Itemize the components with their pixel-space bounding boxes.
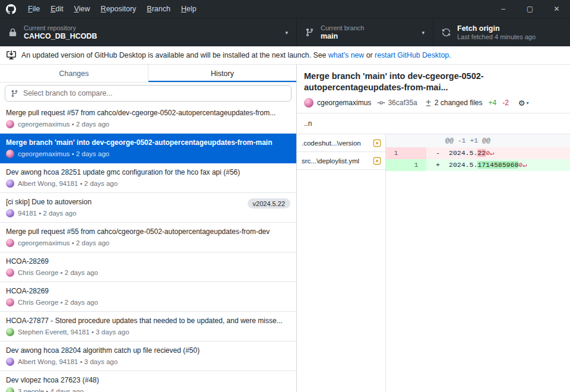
diff-line-removed[interactable]: 1 -2024.5.22⊘↵: [386, 147, 570, 159]
avatar: [6, 328, 14, 336]
commit-title: Merge pull request #57 from cahco/dev-cg…: [6, 109, 290, 117]
file-modified-icon: [373, 139, 381, 147]
file-diff-area: .codeshut...\version src...\deploylist.y…: [297, 134, 570, 392]
chevron-down-icon: ▾: [527, 100, 529, 106]
commit-detail-panel: Merge branch 'main' into dev-cgeorge-050…: [297, 65, 570, 392]
commit-list-item[interactable]: Dev awong hcoa 28251 update gmc configur…: [0, 163, 296, 193]
changed-file-list: .codeshut...\version src...\deploylist.y…: [297, 134, 386, 392]
fetch-title: Fetch origin: [457, 24, 562, 33]
menu-file[interactable]: File: [23, 1, 45, 17]
avatar: [6, 120, 14, 128]
file-list-item[interactable]: src...\deploylist.yml: [297, 152, 385, 170]
commit-meta: 94181 • 2 days ago: [18, 210, 77, 217]
commit-list-item-selected[interactable]: Merge branch 'main' into dev-cgeorge-050…: [0, 134, 296, 163]
avatar: [6, 239, 14, 247]
chevron-down-icon: ▾: [285, 30, 288, 36]
commit-list-item[interactable]: HCOA-28269 Chris George • 2 days ago: [0, 252, 296, 282]
branch-label: Current branch: [321, 24, 417, 32]
commit-title: Merge branch 'main' into dev-cgeorge-050…: [6, 138, 290, 147]
avatar: [6, 268, 14, 277]
git-commit-icon: [377, 99, 385, 107]
repository-label: Current repository: [24, 24, 280, 32]
old-line-number: [386, 159, 406, 171]
close-button[interactable]: ✕: [543, 0, 570, 18]
commit-detail-title: Merge branch 'main' into dev-cgeorge-050…: [304, 71, 563, 93]
commit-description: ..n: [297, 113, 570, 134]
commit-detail-header: Merge branch 'main' into dev-cgeorge-050…: [297, 65, 570, 113]
github-desktop-window: File Edit View Repository Branch Help – …: [0, 0, 570, 392]
diff-icon: [425, 99, 432, 107]
commit-list-item[interactable]: [ci skip] Due to autoversion 94181 • 2 d…: [0, 193, 296, 223]
avatar: [6, 209, 14, 217]
avatar: [6, 179, 14, 188]
menu-view[interactable]: View: [69, 1, 96, 17]
new-line-number: [406, 147, 426, 159]
menu-edit[interactable]: Edit: [45, 1, 69, 17]
fetch-origin-button[interactable]: Fetch origin Last fetched 4 minutes ago: [433, 18, 570, 46]
commit-title: HCOA-28269: [6, 257, 290, 265]
titlebar: File Edit View Repository Branch Help – …: [0, 0, 570, 18]
sync-icon: [442, 28, 451, 37]
commit-list-item[interactable]: Dev awong hcoa 28204 algorithm catch up …: [0, 342, 296, 371]
toolbar: Current repository CAHCO_DB_HCODB ▾ Curr…: [0, 18, 570, 46]
commit-title: Dev awong hcoa 28204 algorithm catch up …: [6, 346, 290, 355]
commit-meta: cgeorgemaximus • 2 days ago: [18, 239, 109, 246]
commit-meta: cgeorgemaximus • 2 days ago: [18, 150, 109, 157]
diff-options-button[interactable]: ⚙ ▾: [518, 99, 529, 108]
panel-tabs: Changes History: [0, 65, 296, 83]
tab-changes[interactable]: Changes: [0, 65, 148, 82]
commit-meta: cgeorgemaximus • 2 days ago: [18, 121, 109, 128]
commit-title: Merge pull request #55 from cahco/cgeorg…: [6, 227, 290, 236]
menu-branch[interactable]: Branch: [141, 1, 176, 17]
diff-line-added[interactable]: 1 +2024.5.1714585968⊘↵: [386, 159, 570, 171]
commit-list-item[interactable]: HCOA-27877 - Stored procedure updates th…: [0, 312, 296, 342]
history-panel: Changes History Merge pull request #57 f…: [0, 65, 297, 392]
old-line-number: 1: [386, 147, 406, 159]
new-line-number: 1: [406, 159, 426, 171]
menu-help[interactable]: Help: [176, 1, 202, 17]
menu-bar: File Edit View Repository Branch Help: [23, 0, 202, 18]
minimize-button[interactable]: –: [490, 0, 517, 18]
file-name: src...\deploylist.yml: [302, 157, 359, 165]
hidden-character-marker: ⊘↵: [486, 149, 494, 157]
commit-meta: 3 people • 4 days ago: [18, 388, 84, 392]
repository-name: CAHCO_DB_HCODB: [24, 32, 280, 41]
branch-compare-input[interactable]: [23, 89, 286, 97]
restart-link[interactable]: restart GitHub Desktop: [375, 51, 449, 59]
commit-list-item[interactable]: HCOA-28269 Chris George • 2 days ago: [0, 282, 296, 312]
current-repository-button[interactable]: Current repository CAHCO_DB_HCODB ▾: [0, 18, 297, 46]
file-list-item[interactable]: .codeshut...\version: [297, 134, 385, 152]
chevron-down-icon: ▾: [422, 30, 425, 36]
branch-compare-wrap: [0, 83, 296, 104]
commit-hash: 36caf35a: [377, 99, 417, 107]
git-branch-icon: [11, 90, 18, 97]
avatar: [6, 298, 14, 306]
commit-meta: Chris George • 2 days ago: [18, 299, 98, 306]
commit-list: Merge pull request #57 from cahco/dev-cg…: [0, 104, 296, 392]
gear-icon: ⚙: [518, 99, 525, 108]
version-badge: v2024.5.22: [248, 198, 290, 208]
current-branch-button[interactable]: Current branch main ▾: [297, 18, 433, 46]
main-content: Changes History Merge pull request #57 f…: [0, 65, 570, 392]
commit-list-item[interactable]: Merge pull request #57 from cahco/dev-cg…: [0, 104, 296, 134]
whats-new-link[interactable]: what's new: [328, 51, 364, 59]
commit-meta: Albert Wong, 94181 • 2 days ago: [18, 180, 118, 187]
commit-title: HCOA-27877 - Stored procedure updates th…: [6, 317, 290, 325]
commit-title: Dev vlopez hcoa 27623 (#48): [6, 376, 290, 384]
update-banner: An updated version of GitHub Desktop is …: [0, 46, 570, 65]
branch-compare-box: [5, 85, 292, 102]
hidden-character-marker: ⊘↵: [518, 161, 527, 169]
commit-meta: Chris George • 2 days ago: [18, 269, 98, 276]
additions-count: +4: [489, 99, 497, 107]
avatar: [6, 358, 14, 366]
maximize-button[interactable]: ▢: [517, 0, 543, 18]
menu-repository[interactable]: Repository: [96, 1, 142, 17]
github-logo-icon: [6, 4, 17, 14]
commit-list-item[interactable]: Merge pull request #55 from cahco/cgeorg…: [0, 223, 296, 252]
avatar: [6, 387, 14, 392]
commit-author: cgeorgemaximus: [317, 99, 371, 107]
tab-history[interactable]: History: [148, 65, 296, 82]
diff-line-content: +2024.5.1714585968⊘↵: [426, 159, 570, 171]
changed-files[interactable]: 2 changed files: [425, 99, 483, 107]
commit-list-item[interactable]: Dev vlopez hcoa 27623 (#48) 3 people • 4…: [0, 371, 296, 392]
